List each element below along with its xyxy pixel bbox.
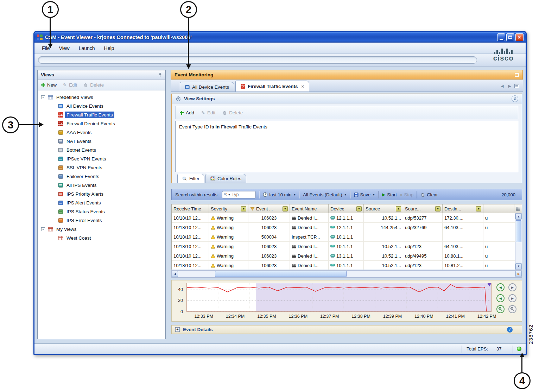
stop-button[interactable]: ■ Stop bbox=[400, 192, 413, 197]
table-vertical-scrollbar[interactable]: ▲ ▼ bbox=[515, 213, 522, 270]
column-filter-dropdown-icon[interactable]: ▼ bbox=[356, 206, 362, 211]
column-filter-dropdown-icon[interactable]: ▼ bbox=[435, 206, 440, 211]
chart-step-left-button[interactable]: ◀ bbox=[496, 294, 505, 302]
maximize-button[interactable] bbox=[506, 33, 514, 41]
tree-item-my-views[interactable]: -My Views bbox=[38, 225, 165, 234]
menu-view[interactable]: View bbox=[55, 44, 74, 53]
tree-item-ips-error-events[interactable]: IPS Error Events bbox=[38, 216, 165, 225]
event-details-bar[interactable]: + Event Details i bbox=[171, 325, 522, 334]
tree-item-all-ips-events[interactable]: All IPS Events bbox=[38, 181, 165, 190]
chart-pan-right-button[interactable]: ▶ bbox=[508, 283, 516, 291]
panel-maximize-icon[interactable] bbox=[515, 73, 519, 77]
tree-item-ips-alert-events[interactable]: IPS Alert Events bbox=[38, 198, 165, 207]
tree-item-failover-events[interactable]: Failover Events bbox=[38, 172, 165, 181]
chart-step-right-button[interactable]: ▶ bbox=[508, 294, 516, 302]
add-filter-button[interactable]: Add bbox=[180, 110, 194, 115]
column-chooser-button[interactable] bbox=[514, 204, 522, 213]
titlebar[interactable]: CSM - Event Viewer - krjones Connected t… bbox=[34, 32, 526, 43]
column-header-device[interactable]: Device▼ bbox=[329, 204, 364, 213]
x-tick-12-39-pm: 12:39 PM bbox=[383, 314, 402, 319]
tree-item-botnet-events[interactable]: Botnet Events bbox=[38, 146, 165, 154]
filter-expression-box[interactable]: Event Type ID is in Firewall Traffic Eve… bbox=[175, 121, 518, 172]
chart-zoom-out-button[interactable] bbox=[508, 305, 516, 313]
tab-scroll-right-icon[interactable]: ▶ bbox=[507, 83, 512, 89]
table-horizontal-scrollbar[interactable]: ◀ ▶ bbox=[171, 270, 522, 278]
selection-handle-icon[interactable] bbox=[487, 283, 492, 286]
column-header-event-name[interactable]: Event Name bbox=[290, 204, 329, 213]
search-input[interactable] bbox=[232, 192, 254, 197]
column-header-sourc[interactable]: Sourc...▼ bbox=[403, 204, 443, 213]
horizontal-scroll-track[interactable] bbox=[178, 271, 515, 277]
chart-zoom-in-button[interactable] bbox=[496, 305, 505, 313]
clear-label: Clear bbox=[427, 192, 438, 197]
tree-item-ips-priority-alerts[interactable]: IPS Priority Alerts bbox=[38, 190, 165, 198]
time-range-selector[interactable]: last 10 min ▼ bbox=[263, 192, 296, 197]
event-table-row[interactable]: 10/18/10 12...Warning106023Denied I...12… bbox=[172, 213, 515, 223]
tree-item-predefined-views[interactable]: -Predefined Views bbox=[38, 93, 165, 102]
event-view-filter-selector[interactable]: All Events (Default) ▼ bbox=[303, 192, 347, 197]
tree-item-aaa-events[interactable]: AAA Events bbox=[38, 128, 165, 137]
chart-pan-left-button[interactable]: ◀ bbox=[496, 283, 505, 291]
quick-filter-bar[interactable] bbox=[38, 56, 477, 64]
vertical-scroll-thumb[interactable] bbox=[516, 220, 521, 242]
tree-item-all-device-events[interactable]: All Device Events bbox=[38, 102, 165, 110]
info-icon[interactable]: i bbox=[507, 327, 513, 333]
search-options-caret-icon[interactable]: ▼ bbox=[228, 193, 230, 196]
tree-expander-icon[interactable]: - bbox=[41, 95, 45, 99]
horizontal-scroll-thumb[interactable] bbox=[215, 271, 347, 277]
tree-item-firewall-traffic-events[interactable]: Firewall Traffic Events bbox=[38, 110, 165, 119]
search-icon[interactable] bbox=[224, 192, 227, 197]
tree-item-west-coast[interactable]: West Coast bbox=[38, 234, 165, 242]
column-filter-dropdown-icon[interactable]: ▼ bbox=[283, 206, 288, 211]
tab-list-icon[interactable] bbox=[514, 84, 519, 88]
plus-icon bbox=[41, 83, 45, 87]
pin-icon[interactable] bbox=[158, 72, 162, 77]
tree-item-firewall-denied-events[interactable]: Firewall Denied Events bbox=[38, 119, 165, 128]
tab-close-icon[interactable]: × bbox=[302, 84, 304, 89]
start-button[interactable]: ▶ Start bbox=[382, 192, 397, 197]
tab-scroll-left-icon[interactable]: ◀ bbox=[500, 83, 505, 89]
column-filter-dropdown-icon[interactable]: ▼ bbox=[396, 206, 401, 211]
scroll-right-icon[interactable]: ▶ bbox=[515, 271, 522, 277]
delete-filter-button[interactable]: Delete bbox=[222, 110, 243, 115]
scroll-left-icon[interactable]: ◀ bbox=[172, 271, 178, 277]
column-filter-dropdown-icon[interactable]: ▼ bbox=[476, 206, 481, 211]
column-header-event[interactable]: Event ...▼ bbox=[248, 204, 290, 213]
tab-all-device-events[interactable]: All Device Events bbox=[180, 82, 234, 91]
delete-view-button[interactable]: Delete bbox=[83, 82, 104, 88]
menu-launch[interactable]: Launch bbox=[74, 44, 100, 53]
tree-expander-icon[interactable]: - bbox=[41, 227, 45, 231]
clear-button[interactable]: Clear bbox=[420, 192, 438, 197]
collapse-view-settings-button[interactable] bbox=[512, 95, 518, 102]
tree-item-ipsec-vpn-events[interactable]: IPSec VPN Events bbox=[38, 154, 165, 163]
tree-item-ips-status-events[interactable]: IPS Status Events bbox=[38, 207, 165, 216]
minimize-button[interactable] bbox=[497, 33, 505, 41]
find-icon bbox=[292, 225, 296, 230]
column-header-severity[interactable]: Severity▼ bbox=[209, 204, 248, 213]
column-header-destin[interactable]: Destin...▼ bbox=[443, 204, 483, 213]
callout-4: 4 bbox=[514, 372, 531, 389]
expand-details-icon[interactable]: + bbox=[175, 327, 180, 332]
tab-color-rules[interactable]: Color Rules bbox=[205, 174, 246, 183]
tab-filter[interactable]: Filter bbox=[177, 174, 204, 183]
event-table-row[interactable]: 10/18/10 12...Warning106023Denied I...13… bbox=[172, 251, 515, 261]
new-view-button[interactable]: New bbox=[41, 82, 57, 88]
chart-plot-area[interactable] bbox=[186, 283, 492, 312]
tree-item-nat-events[interactable]: NAT Events bbox=[38, 137, 165, 146]
event-table-row[interactable]: 10/18/10 12...Warning106023Denied I...10… bbox=[172, 261, 515, 270]
close-button[interactable]: × bbox=[515, 33, 524, 41]
menu-help[interactable]: Help bbox=[100, 44, 119, 53]
tree-item-ssl-vpn-events[interactable]: SSL VPN Events bbox=[38, 163, 165, 172]
column-filter-dropdown-icon[interactable]: ▼ bbox=[241, 206, 246, 211]
edit-filter-button[interactable]: ✎ Edit bbox=[201, 110, 215, 115]
column-header-receive-time[interactable]: Receive Time bbox=[172, 204, 209, 213]
event-table-row[interactable]: 10/18/10 12...Warning106023Denied I...10… bbox=[172, 242, 515, 251]
scroll-up-icon[interactable]: ▲ bbox=[515, 214, 522, 220]
save-button[interactable]: Save ▼ bbox=[354, 192, 375, 197]
event-table-row[interactable]: 10/18/10 12...Warning500004Inspect TCP..… bbox=[172, 232, 515, 242]
edit-view-button[interactable]: ✎ Edit bbox=[63, 82, 77, 88]
tab-firewall-traffic-events[interactable]: Firewall Traffic Events × bbox=[235, 81, 309, 91]
scroll-down-icon[interactable]: ▼ bbox=[515, 263, 522, 269]
event-table-row[interactable]: 10/18/10 12...Warning106023Denied I...12… bbox=[172, 223, 515, 232]
column-header-source[interactable]: Source▼ bbox=[364, 204, 403, 213]
